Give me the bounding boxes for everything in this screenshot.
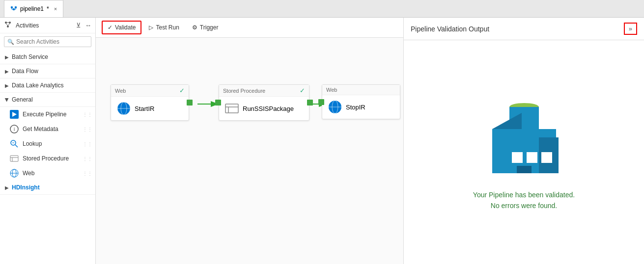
- collapse-icon: »: [629, 25, 632, 32]
- stored-procedure-label: Stored Procedure: [23, 155, 69, 162]
- node-stop-ir-icon: [328, 100, 342, 114]
- test-run-label: Test Run: [156, 24, 179, 31]
- node-run-ssis-label: RunSSISPackage: [243, 105, 294, 112]
- activity-execute-pipeline[interactable]: Execute Pipeline ⋮⋮: [0, 107, 95, 122]
- node-run-ssis-header: Stored Procedure ✓: [219, 85, 309, 97]
- canvas-area: ✓ Validate ▷ Test Run ⚙ Trigger: [96, 18, 403, 264]
- node-stop-ir-port-left: [318, 99, 324, 105]
- node-start-ir-label: StartIR: [135, 105, 154, 112]
- node-start-ir-check: ✓: [179, 87, 185, 94]
- svg-rect-46: [541, 152, 552, 163]
- hdinsight-label: HDInsight: [12, 184, 40, 191]
- lookup-icon: [10, 139, 19, 148]
- node-run-ssis-port-left: [215, 100, 221, 106]
- node-run-ssis-check: ✓: [300, 87, 305, 94]
- activity-lookup[interactable]: Lookup ⋮⋮: [0, 136, 95, 151]
- main-container: Activities ⊻ ↔ 🔍 ▶ Batch Service ▶ Data …: [0, 18, 644, 264]
- node-start-ir[interactable]: Web ✓ StartIR: [111, 84, 189, 121]
- svg-line-18: [15, 145, 18, 147]
- pipeline-tab-modified: *: [47, 5, 49, 12]
- sidebar-item-general[interactable]: ▶ General: [0, 93, 95, 107]
- web-drag: ⋮⋮: [83, 171, 92, 176]
- activities-icon: [4, 21, 12, 30]
- validation-header: Pipeline Validation Output »: [404, 18, 644, 40]
- test-run-button[interactable]: ▷ Test Run: [143, 21, 184, 34]
- svg-rect-1: [15, 6, 17, 8]
- node-stop-ir-type: Web: [326, 87, 337, 93]
- node-start-ir-port-right: [187, 100, 193, 106]
- node-stop-ir-body: StopIR: [322, 95, 400, 119]
- validation-message: Your Pipeline has been validated. No err…: [473, 189, 575, 211]
- trigger-button[interactable]: ⚙ Trigger: [187, 21, 224, 34]
- node-run-ssis-port-right: [307, 100, 313, 106]
- batch-service-label: Batch Service: [12, 53, 48, 60]
- validation-message-line1: Your Pipeline has been validated.: [473, 189, 575, 200]
- activity-web[interactable]: Web ⋮⋮: [0, 166, 95, 181]
- expand-icon[interactable]: ↔: [85, 22, 91, 29]
- sidebar-item-batch-service[interactable]: ▶ Batch Service: [0, 50, 95, 64]
- execute-pipeline-drag: ⋮⋮: [83, 112, 92, 117]
- node-start-ir-icon: [117, 102, 131, 115]
- sidebar-item-data-flow[interactable]: ▶ Data Flow: [0, 64, 95, 79]
- node-start-ir-body: StartIR: [111, 97, 189, 120]
- data-flow-arrow: ▶: [5, 69, 9, 74]
- data-lake-arrow: ▶: [5, 83, 9, 88]
- validation-collapse-button[interactable]: »: [624, 23, 637, 35]
- validate-button[interactable]: ✓ Validate: [102, 21, 141, 34]
- validation-title: Pipeline Validation Output: [411, 25, 489, 33]
- validation-panel: Pipeline Validation Output »: [403, 18, 644, 264]
- validation-message-line2: No errors were found.: [473, 200, 575, 211]
- pipeline-tab-label: pipeline1: [20, 5, 44, 12]
- sidebar-item-data-lake-analytics[interactable]: ▶ Data Lake Analytics: [0, 79, 95, 93]
- filter-icon[interactable]: ⊻: [76, 22, 81, 29]
- pipeline-canvas[interactable]: Web ✓ StartIR: [96, 38, 403, 264]
- activity-stored-procedure[interactable]: Stored Procedure ⋮⋮: [0, 151, 95, 166]
- sidebar: Activities ⊻ ↔ 🔍 ▶ Batch Service ▶ Data …: [0, 18, 96, 264]
- node-stop-ir-label: StopIR: [346, 104, 365, 111]
- svg-line-12: [8, 24, 10, 26]
- svg-point-9: [7, 26, 9, 27]
- search-box: 🔍: [4, 36, 91, 47]
- validate-label: Validate: [115, 24, 136, 31]
- svg-rect-20: [10, 156, 18, 161]
- stored-procedure-icon: [10, 154, 19, 163]
- node-run-ssis-body: RunSSISPackage: [219, 97, 309, 120]
- trigger-label: Trigger: [200, 24, 219, 31]
- lookup-drag: ⋮⋮: [83, 141, 92, 147]
- svg-text:i: i: [14, 127, 15, 132]
- trigger-icon: ⚙: [192, 24, 197, 31]
- search-input[interactable]: [16, 38, 90, 45]
- factory-illustration: [485, 93, 563, 182]
- test-run-icon: ▷: [149, 24, 153, 31]
- tab-bar: pipeline1 * ×: [0, 0, 644, 18]
- hdinsight-arrow: ▶: [5, 185, 9, 190]
- get-metadata-drag: ⋮⋮: [83, 127, 92, 132]
- pipeline-tab[interactable]: pipeline1 * ×: [4, 0, 63, 17]
- get-metadata-label: Get Metadata: [23, 126, 58, 132]
- svg-point-8: [9, 22, 11, 24]
- lookup-label: Lookup: [23, 140, 42, 147]
- stored-procedure-drag: ⋮⋮: [83, 156, 92, 161]
- canvas-toolbar: ✓ Validate ▷ Test Run ⚙ Trigger: [96, 18, 403, 38]
- node-start-ir-header: Web ✓: [111, 85, 189, 97]
- node-stop-ir[interactable]: Web StopIR: [322, 84, 400, 119]
- pipeline-tab-icon: [10, 5, 17, 13]
- get-metadata-icon: i: [10, 125, 19, 133]
- sidebar-item-hdinsight[interactable]: ▶ HDInsight: [0, 181, 95, 195]
- search-icon: 🔍: [7, 39, 14, 45]
- activity-get-metadata[interactable]: i Get Metadata ⋮⋮: [0, 122, 95, 136]
- svg-point-7: [5, 22, 7, 24]
- data-lake-label: Data Lake Analytics: [12, 82, 63, 89]
- tab-close-button[interactable]: ×: [54, 6, 57, 12]
- web-label: Web: [23, 170, 34, 177]
- node-run-ssis[interactable]: Stored Procedure ✓ RunSSISPackage: [219, 84, 309, 121]
- node-stop-ir-header: Web: [322, 85, 400, 95]
- validate-check-icon: ✓: [108, 24, 112, 31]
- execute-pipeline-icon: [10, 110, 19, 119]
- svg-rect-45: [527, 152, 537, 163]
- svg-rect-0: [11, 6, 13, 8]
- general-activities: Execute Pipeline ⋮⋮ i Get Metadata ⋮⋮: [0, 107, 95, 181]
- svg-line-11: [6, 24, 8, 26]
- data-flow-label: Data Flow: [12, 68, 38, 75]
- node-run-ssis-icon: [225, 102, 239, 115]
